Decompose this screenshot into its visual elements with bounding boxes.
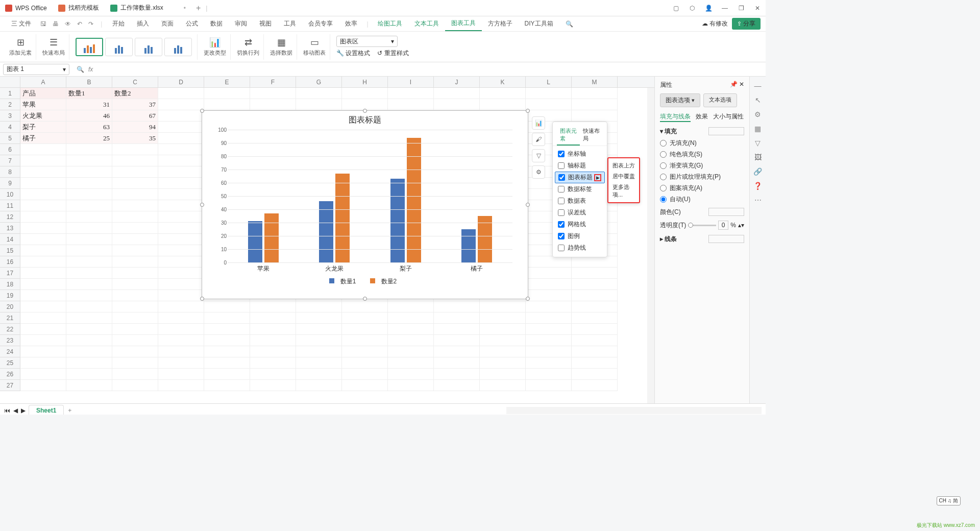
cell[interactable] bbox=[158, 99, 204, 110]
menu-review[interactable]: 审阅 bbox=[229, 19, 253, 28]
cell[interactable] bbox=[250, 99, 296, 110]
cell[interactable] bbox=[112, 279, 158, 290]
cell[interactable] bbox=[250, 335, 296, 346]
cell[interactable] bbox=[112, 357, 158, 369]
row-header[interactable]: 18 bbox=[0, 279, 20, 290]
row-header[interactable]: 8 bbox=[0, 166, 20, 178]
popup-item[interactable]: 数据表 bbox=[553, 195, 607, 207]
bar[interactable] bbox=[264, 213, 279, 262]
cell[interactable] bbox=[66, 234, 112, 245]
cell[interactable] bbox=[342, 312, 388, 324]
cell[interactable] bbox=[250, 369, 296, 380]
cell[interactable] bbox=[388, 357, 434, 369]
cell[interactable] bbox=[158, 290, 204, 301]
cube-icon[interactable]: ⬡ bbox=[684, 5, 700, 12]
cell[interactable]: 31 bbox=[66, 99, 112, 110]
win-icon[interactable]: ▢ bbox=[668, 5, 684, 12]
cell[interactable] bbox=[112, 211, 158, 223]
opacity-slider[interactable] bbox=[688, 225, 716, 226]
opacity-stepper[interactable]: ▴▾ bbox=[738, 222, 744, 229]
cell[interactable] bbox=[480, 88, 526, 99]
cell[interactable] bbox=[66, 245, 112, 256]
tab-text-options[interactable]: 文本选项 bbox=[703, 93, 737, 107]
sidebar-settings-icon[interactable]: ⚙ bbox=[754, 110, 761, 118]
cell[interactable] bbox=[204, 380, 250, 391]
row-header[interactable]: 23 bbox=[0, 335, 20, 346]
row-header[interactable]: 3 bbox=[0, 110, 20, 122]
cell[interactable] bbox=[158, 200, 204, 211]
row-header[interactable]: 22 bbox=[0, 324, 20, 335]
cell[interactable] bbox=[526, 335, 572, 346]
reset-style-button[interactable]: ↺ 重置样式 bbox=[377, 49, 408, 58]
cell[interactable] bbox=[158, 223, 204, 234]
cell[interactable] bbox=[342, 380, 388, 391]
cell[interactable] bbox=[20, 357, 66, 369]
cell[interactable] bbox=[250, 380, 296, 391]
cell[interactable] bbox=[480, 369, 526, 380]
cell[interactable] bbox=[158, 211, 204, 223]
cell[interactable] bbox=[66, 144, 112, 155]
cell[interactable] bbox=[112, 268, 158, 279]
name-box[interactable]: 图表 1▾ bbox=[3, 64, 69, 75]
cell[interactable] bbox=[342, 301, 388, 312]
cell[interactable] bbox=[66, 301, 112, 312]
row-header[interactable]: 26 bbox=[0, 369, 20, 380]
cell[interactable] bbox=[434, 369, 480, 380]
cell[interactable] bbox=[112, 256, 158, 268]
row-header[interactable]: 14 bbox=[0, 234, 20, 245]
col-header[interactable]: J bbox=[434, 77, 480, 87]
app-tab-daoke[interactable]: 找稻壳模板 bbox=[53, 1, 104, 15]
cell[interactable] bbox=[204, 324, 250, 335]
new-tab-button[interactable]: + bbox=[196, 4, 201, 13]
cell[interactable] bbox=[480, 335, 526, 346]
set-format-button[interactable]: 🔧 设置格式 bbox=[336, 49, 370, 58]
cell[interactable] bbox=[20, 245, 66, 256]
chart-settings-button[interactable]: ⚙ bbox=[532, 165, 545, 179]
cell[interactable] bbox=[20, 155, 66, 166]
cell[interactable] bbox=[112, 189, 158, 200]
chart-elements-button[interactable]: 📊 bbox=[532, 116, 545, 130]
row-header[interactable]: 17 bbox=[0, 268, 20, 279]
cell[interactable] bbox=[158, 178, 204, 189]
cell[interactable] bbox=[158, 380, 204, 391]
style-thumb-3[interactable] bbox=[135, 38, 162, 56]
cell[interactable] bbox=[112, 200, 158, 211]
cell[interactable] bbox=[480, 380, 526, 391]
menu-chart-tools[interactable]: 图表工具 bbox=[445, 16, 482, 31]
style-thumb-1[interactable] bbox=[76, 38, 103, 56]
cell[interactable] bbox=[526, 369, 572, 380]
col-header[interactable]: A bbox=[20, 77, 66, 87]
cell[interactable] bbox=[20, 234, 66, 245]
cell[interactable] bbox=[572, 380, 618, 391]
cell[interactable] bbox=[296, 301, 342, 312]
cell[interactable] bbox=[388, 335, 434, 346]
cell[interactable] bbox=[250, 346, 296, 357]
cell[interactable] bbox=[204, 357, 250, 369]
chart-title[interactable]: 图表标题 bbox=[202, 111, 528, 130]
cell[interactable] bbox=[204, 346, 250, 357]
row-header[interactable]: 1 bbox=[0, 88, 20, 99]
cell[interactable] bbox=[158, 234, 204, 245]
fill-radio[interactable]: 纯色填充(S) bbox=[660, 150, 744, 159]
cell[interactable] bbox=[112, 178, 158, 189]
col-header[interactable]: B bbox=[66, 77, 112, 87]
minimize-icon[interactable]: — bbox=[717, 5, 733, 12]
cell[interactable] bbox=[434, 357, 480, 369]
submenu-above[interactable]: 图表上方 bbox=[608, 160, 639, 171]
cell[interactable] bbox=[20, 290, 66, 301]
cell[interactable] bbox=[572, 357, 618, 369]
cell[interactable] bbox=[20, 312, 66, 324]
cell[interactable] bbox=[158, 268, 204, 279]
bar[interactable] bbox=[390, 179, 405, 262]
cell[interactable]: 67 bbox=[112, 110, 158, 122]
pin-icon[interactable]: 📌 bbox=[730, 81, 738, 88]
row-header[interactable]: 11 bbox=[0, 200, 20, 211]
sidebar-more-icon[interactable]: ⋯ bbox=[754, 196, 762, 204]
cell[interactable] bbox=[434, 99, 480, 110]
cell[interactable] bbox=[20, 324, 66, 335]
cell[interactable] bbox=[66, 268, 112, 279]
cell[interactable] bbox=[66, 290, 112, 301]
bar[interactable] bbox=[248, 221, 262, 262]
fill-dropdown[interactable] bbox=[708, 127, 744, 135]
cell[interactable] bbox=[66, 346, 112, 357]
